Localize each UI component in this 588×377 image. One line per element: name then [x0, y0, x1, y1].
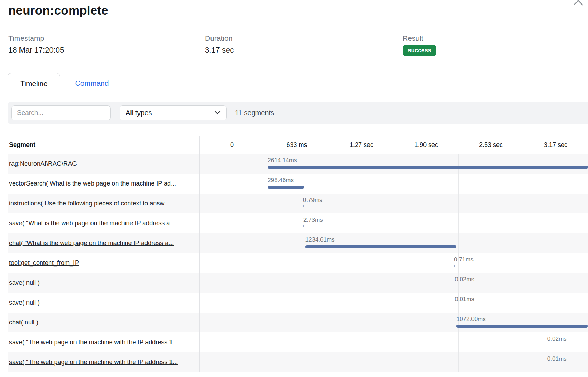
segment-link[interactable]: save( "The web page on the machine with …	[9, 359, 178, 366]
segment-duration-label: 1072.00ms	[456, 316, 486, 323]
tab-command[interactable]: Command	[69, 73, 114, 93]
segment-name-cell: chat( null )	[8, 313, 199, 332]
segment-name-cell: instructions( Use the following pieces o…	[8, 194, 199, 213]
chevron-down-icon	[214, 111, 221, 115]
table-row: chat( "What is the web page on the machi…	[8, 233, 588, 253]
table-header: Segment 0633 ms1.27 sec1.90 sec2.53 sec3…	[8, 136, 588, 154]
duration-label: Duration	[205, 34, 403, 42]
segment-name-cell: save( null )	[8, 273, 199, 293]
segment-timeline-cell: 0.02ms	[199, 332, 588, 352]
table-row: rag:NeuronAI\RAG\RAG 2614.14ms	[8, 154, 588, 174]
segment-duration-bar	[456, 325, 588, 328]
segment-timeline-cell: 0.01ms	[199, 293, 588, 313]
table-row: save( "The web page on the machine with …	[8, 352, 588, 372]
segment-timeline-cell: 298.46ms	[199, 174, 588, 194]
segment-timeline-cell: 0.02ms	[199, 273, 588, 293]
close-icon[interactable]	[572, 0, 585, 7]
axis-tick-label: 633 ms	[264, 136, 329, 154]
segment-link[interactable]: tool:get_content_from_IP	[9, 259, 79, 267]
segment-name-cell: chat( "What is the web page on the machi…	[8, 233, 199, 253]
segment-duration-label: 0.71ms	[454, 256, 474, 263]
segment-name-cell: tool:get_content_from_IP	[8, 253, 199, 273]
table-row: save( null ) 0.01ms	[8, 293, 588, 313]
segment-duration-label: 0.01ms	[547, 355, 567, 362]
segment-name-cell: save( "The web page on the machine with …	[8, 332, 199, 352]
table-row: save( "What is the web page on the machi…	[8, 213, 588, 233]
segment-name-cell: rag:NeuronAI\RAG\RAG	[8, 154, 199, 174]
segment-duration-label: 1234.61ms	[305, 236, 335, 243]
segment-link[interactable]: chat( null )	[9, 319, 38, 326]
segment-duration-label: 2614.14ms	[268, 157, 297, 164]
segment-tick-mark	[454, 265, 455, 267]
segment-name-cell: vectorSearch( What is the web page on th…	[8, 174, 199, 194]
segment-duration-bar	[268, 186, 304, 189]
timestamp-value: 18 Mar 17:20:05	[8, 46, 205, 55]
segment-link[interactable]: rag:NeuronAI\RAG\RAG	[9, 160, 77, 167]
axis-tick-label: 3.17 sec	[523, 136, 588, 154]
type-filter-dropdown[interactable]: All types	[120, 105, 227, 120]
segment-timeline-cell: 2614.14ms	[199, 154, 588, 174]
segment-timeline-cell: 0.79ms	[199, 194, 588, 213]
segment-count: 11 segments	[235, 109, 274, 117]
segment-duration-bar	[305, 245, 456, 248]
segment-name-cell: save( "What is the web page on the machi…	[8, 213, 199, 233]
search-input[interactable]	[11, 105, 111, 120]
segment-timeline-cell: 1072.00ms	[199, 313, 588, 332]
table-row: instructions( Use the following pieces o…	[8, 194, 588, 213]
type-filter-value: All types	[126, 109, 152, 117]
segment-link[interactable]: instructions( Use the following pieces o…	[9, 200, 169, 207]
segment-timeline-cell: 2.73ms	[199, 213, 588, 233]
table-row: save( "The web page on the machine with …	[8, 332, 588, 352]
segment-duration-label: 0.02ms	[547, 336, 567, 343]
segment-tick-mark	[303, 225, 304, 227]
status-badge: success	[403, 45, 436, 56]
segment-timeline-cell: 0.71ms	[199, 253, 588, 273]
table-row: vectorSearch( What is the web page on th…	[8, 174, 588, 194]
tab-timeline[interactable]: Timeline	[8, 73, 60, 93]
segment-duration-label: 2.73ms	[303, 217, 323, 223]
segment-duration-label: 0.02ms	[455, 276, 474, 283]
axis-tick-label: 0	[200, 136, 264, 154]
duration-value: 3.17 sec	[205, 46, 403, 55]
segment-duration-label: 298.46ms	[268, 177, 294, 184]
segment-tick-mark	[303, 205, 304, 207]
timestamp-label: Timestamp	[8, 34, 205, 42]
timeline-table: Segment 0633 ms1.27 sec1.90 sec2.53 sec3…	[8, 136, 588, 372]
page-title: neuron:complete	[8, 3, 108, 17]
segment-link[interactable]: save( null )	[9, 279, 40, 286]
tab-bar: Timeline Command	[8, 73, 588, 93]
segment-link[interactable]: chat( "What is the web page on the machi…	[9, 239, 174, 247]
table-row: chat( null ) 1072.00ms	[8, 313, 588, 332]
axis-tick-label: 2.53 sec	[459, 136, 523, 154]
table-row: save( null ) 0.02ms	[8, 273, 588, 293]
result-label: Result	[403, 34, 436, 42]
segment-duration-label: 0.01ms	[455, 296, 474, 303]
table-row: tool:get_content_from_IP 0.71ms	[8, 253, 588, 273]
segment-name-cell: save( null )	[8, 293, 199, 313]
meta-row: Timestamp 18 Mar 17:20:05 Duration 3.17 …	[8, 34, 436, 56]
table-body: rag:NeuronAI\RAG\RAG 2614.14ms vectorSea…	[8, 154, 588, 372]
axis-tick-label: 1.27 sec	[329, 136, 394, 154]
segment-link[interactable]: vectorSearch( What is the web page on th…	[9, 180, 176, 187]
segment-timeline-cell: 1234.61ms	[199, 233, 588, 253]
segment-timeline-cell: 0.01ms	[199, 352, 588, 372]
time-axis: 0633 ms1.27 sec1.90 sec2.53 sec3.17 sec	[199, 136, 588, 154]
segment-name-cell: save( "The web page on the machine with …	[8, 352, 199, 372]
segment-link[interactable]: save( "What is the web page on the machi…	[9, 220, 175, 227]
segment-link[interactable]: save( null )	[9, 299, 40, 306]
segment-duration-bar	[268, 166, 588, 169]
segment-link[interactable]: save( "The web page on the machine with …	[9, 339, 178, 346]
axis-tick-label: 1.90 sec	[394, 136, 459, 154]
segment-column-header: Segment	[8, 136, 199, 154]
segment-duration-label: 0.79ms	[303, 197, 323, 204]
filter-bar: All types 11 segments	[8, 102, 588, 124]
